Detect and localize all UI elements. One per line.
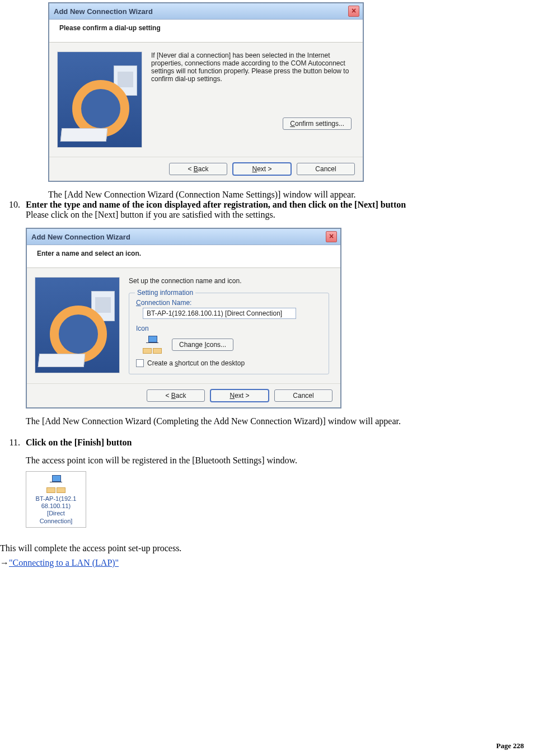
connection-name-input[interactable]: BT-AP-1(192.168.100.11) [Direct Connecti… xyxy=(143,308,296,319)
step-list: Enter the type and name of the icon disp… xyxy=(0,200,534,528)
close-icon[interactable]: × xyxy=(326,231,337,242)
icon-label: Icon xyxy=(136,325,322,332)
dialog2-title: Add New Connection Wizard xyxy=(31,233,130,241)
dialog2-body: Set up the connection name and icon. Set… xyxy=(27,268,340,384)
registered-icon: BT-AP-1(192.168.100.11)[DirectConnection… xyxy=(26,471,86,528)
create-shortcut-row[interactable]: Create a shortcut on the desktop xyxy=(136,359,322,367)
create-shortcut-label: Create a shortcut on the desktop xyxy=(147,359,245,367)
step10-title: Enter the type and name of the icon disp… xyxy=(26,200,406,209)
close-icon[interactable]: × xyxy=(348,6,359,17)
setting-information-fieldset: Setting information Connection Name: BT-… xyxy=(129,293,329,374)
cancel-button[interactable]: Cancel xyxy=(297,163,355,175)
dialog2-footer: < Back Next > Cancel xyxy=(27,384,340,407)
next-button[interactable]: Next > xyxy=(210,389,269,402)
after-dialog2-text: The [Add New Connection Wizard (Completi… xyxy=(26,416,534,426)
checkbox-icon[interactable] xyxy=(136,359,144,367)
cancel-button[interactable]: Cancel xyxy=(274,389,332,402)
fieldset-legend: Setting information xyxy=(135,289,195,297)
connecting-lan-link[interactable]: "Connecting to a LAN (LAP)" xyxy=(9,558,119,567)
step10-subtext: Please click on the [Next] button if you… xyxy=(26,210,275,219)
dialog2-titlebar: Add New Connection Wizard × xyxy=(27,229,340,245)
dialog2-top-text: Set up the connection name and icon. xyxy=(129,277,329,285)
back-button[interactable]: < Back xyxy=(169,163,227,175)
dialog-titlebar: Add New Connection Wizard × xyxy=(49,3,363,20)
confirm-settings-button[interactable]: Confirm settings... xyxy=(283,118,352,130)
lan-icon xyxy=(143,336,162,354)
registered-icon-caption: BT-AP-1(192.168.100.11)[DirectConnection… xyxy=(29,495,83,525)
page-number: Page 228 xyxy=(496,741,524,750)
arrow-icon: → xyxy=(0,558,9,567)
connection-name-label: Connection Name: xyxy=(136,299,322,307)
dialog-confirm-dialup: Add New Connection Wizard × Please confi… xyxy=(48,2,364,182)
dialog-title: Add New Connection Wizard xyxy=(54,7,153,16)
dialog-subheader: Please confirm a dial-up setting xyxy=(49,20,363,43)
wizard-graphic xyxy=(57,51,142,148)
dialog2-subheader: Enter a name and select an icon. xyxy=(27,245,340,268)
step-10: Enter the type and name of the icon disp… xyxy=(22,200,534,426)
change-icons-button[interactable]: Change Icons... xyxy=(172,339,233,351)
after-dialog1-text: The [Add New Connection Wizard (Connecti… xyxy=(48,190,534,200)
back-button[interactable]: < Back xyxy=(147,389,205,402)
link-line: →"Connecting to a LAN (LAP)" xyxy=(0,558,534,568)
dialog-body-text: If [Never dial a connection] has been se… xyxy=(151,51,352,97)
lan-icon xyxy=(46,475,65,493)
dialog-body: If [Never dial a connection] has been se… xyxy=(49,43,363,157)
wizard-graphic xyxy=(35,277,120,373)
dialog-enter-name-icon: Add New Connection Wizard × Enter a name… xyxy=(26,228,341,408)
step11-title: Click on the [Finish] button xyxy=(26,438,132,447)
final-line: This will complete the access point set-… xyxy=(0,543,534,553)
step-11: Click on the [Finish] button The access … xyxy=(22,438,534,528)
next-button[interactable]: Next > xyxy=(233,163,291,175)
step11-subtext: The access point icon will be registered… xyxy=(26,456,534,466)
dialog-footer: < Back Next > Cancel xyxy=(49,157,363,181)
